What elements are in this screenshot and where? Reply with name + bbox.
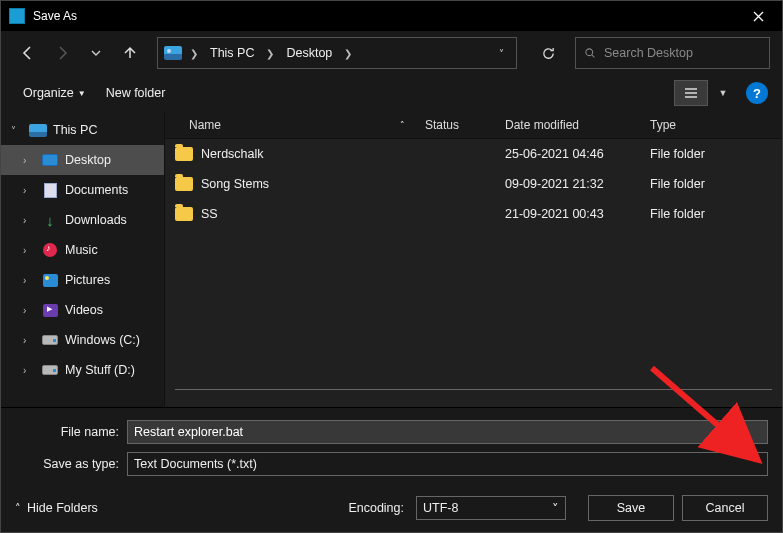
search-box[interactable] xyxy=(575,37,770,69)
recent-dropdown[interactable] xyxy=(81,38,111,68)
drive-icon xyxy=(42,365,58,375)
chevron-right-icon: › xyxy=(23,275,35,286)
forward-button[interactable] xyxy=(47,38,77,68)
svg-point-0 xyxy=(586,49,593,56)
file-date: 25-06-2021 04:46 xyxy=(495,147,640,161)
save-type-label: Save as type: xyxy=(15,457,127,471)
file-pane: Name ˄ Status Date modified Type Nerdsch… xyxy=(165,111,782,407)
download-icon: ↓ xyxy=(41,212,59,228)
chevron-up-icon: ˄ xyxy=(15,502,21,515)
address-bar[interactable]: ❯ This PC ❯ Desktop ❯ ˅ xyxy=(157,37,517,69)
drive-icon xyxy=(42,335,58,345)
footer: ˄ Hide Folders Encoding: UTF-8 ˅ Save Ca… xyxy=(1,484,782,532)
column-name[interactable]: Name ˄ xyxy=(165,118,415,132)
organize-button[interactable]: Organize ▼ xyxy=(15,80,94,106)
save-button[interactable]: Save xyxy=(588,495,674,521)
chevron-right-icon: › xyxy=(23,185,35,196)
save-as-dialog: Save As ❯ This PC ❯ Desktop ❯ ˅ xyxy=(0,0,783,533)
file-date: 21-09-2021 00:43 xyxy=(495,207,640,221)
sidebar-item-documents[interactable]: › Documents xyxy=(1,175,164,205)
table-row[interactable]: Song Stems 09-09-2021 21:32 File folder xyxy=(165,169,782,199)
file-type: File folder xyxy=(640,147,782,161)
chevron-down-icon: ˅ xyxy=(756,459,761,469)
form-area: File name: Save as type: Text Documents … xyxy=(1,407,782,484)
window-title: Save As xyxy=(33,9,738,23)
column-date[interactable]: Date modified xyxy=(495,118,640,132)
table-row[interactable]: Nerdschalk 25-06-2021 04:46 File folder xyxy=(165,139,782,169)
cancel-button[interactable]: Cancel xyxy=(682,495,768,521)
pictures-icon xyxy=(43,274,58,287)
folder-icon xyxy=(175,147,193,161)
file-name: Nerdschalk xyxy=(201,147,264,161)
new-folder-label: New folder xyxy=(106,86,166,100)
breadcrumb-desktop[interactable]: Desktop xyxy=(282,46,336,60)
close-button[interactable] xyxy=(738,2,778,30)
sidebar-item-label: Downloads xyxy=(65,213,127,227)
back-button[interactable] xyxy=(13,38,43,68)
refresh-button[interactable] xyxy=(533,38,563,68)
chevron-right-icon: › xyxy=(23,335,35,346)
toolbar: Organize ▼ New folder ▼ ? xyxy=(1,75,782,111)
tree-label: This PC xyxy=(53,123,97,137)
sidebar-item-downloads[interactable]: › ↓ Downloads xyxy=(1,205,164,235)
hide-folders-label: Hide Folders xyxy=(27,501,98,515)
file-type: File folder xyxy=(640,177,782,191)
chevron-right-icon: › xyxy=(23,245,35,256)
chevron-right-icon: › xyxy=(23,365,35,376)
sidebar-item-label: Videos xyxy=(65,303,103,317)
file-date: 09-09-2021 21:32 xyxy=(495,177,640,191)
encoding-combo[interactable]: UTF-8 ˅ xyxy=(416,496,566,520)
chevron-right-icon: › xyxy=(23,215,35,226)
desktop-icon xyxy=(42,154,58,166)
sidebar-item-label: My Stuff (D:) xyxy=(65,363,135,377)
scroll-indicator xyxy=(175,389,772,390)
sidebar-item-drive-d[interactable]: › My Stuff (D:) xyxy=(1,355,164,385)
sidebar-item-pictures[interactable]: › Pictures xyxy=(1,265,164,295)
file-list: Nerdschalk 25-06-2021 04:46 File folder … xyxy=(165,139,782,407)
chevron-right-icon: › xyxy=(23,305,35,316)
filename-input[interactable] xyxy=(127,420,768,444)
column-type[interactable]: Type xyxy=(640,118,782,132)
filename-label: File name: xyxy=(15,425,127,439)
save-type-combo[interactable]: Text Documents (*.txt) ˅ xyxy=(127,452,768,476)
hide-folders-toggle[interactable]: ˄ Hide Folders xyxy=(15,501,98,515)
encoding-label: Encoding: xyxy=(348,501,404,515)
view-button[interactable] xyxy=(674,80,708,106)
sidebar-item-music[interactable]: › Music xyxy=(1,235,164,265)
view-dropdown[interactable]: ▼ xyxy=(714,80,732,106)
chevron-down-icon: ˅ xyxy=(552,501,559,516)
tree-root-thispc[interactable]: ˅ This PC xyxy=(1,115,164,145)
chevron-right-icon: ❯ xyxy=(342,48,354,59)
help-button[interactable]: ? xyxy=(746,82,768,104)
pc-icon xyxy=(29,124,47,137)
file-name: SS xyxy=(201,207,218,221)
chevron-down-icon: ▼ xyxy=(78,89,86,98)
chevron-right-icon: › xyxy=(23,155,35,166)
encoding-value: UTF-8 xyxy=(423,501,458,515)
organize-label: Organize xyxy=(23,86,74,100)
sidebar-item-drive-c[interactable]: › Windows (C:) xyxy=(1,325,164,355)
table-row[interactable]: SS 21-09-2021 00:43 File folder xyxy=(165,199,782,229)
sidebar-item-videos[interactable]: › Videos xyxy=(1,295,164,325)
sidebar-item-label: Pictures xyxy=(65,273,110,287)
chevron-right-icon: ❯ xyxy=(264,48,276,59)
save-type-value: Text Documents (*.txt) xyxy=(134,457,257,471)
search-icon xyxy=(584,46,596,60)
address-dropdown[interactable]: ˅ xyxy=(493,48,510,59)
column-status[interactable]: Status xyxy=(415,118,495,132)
up-button[interactable] xyxy=(115,38,145,68)
sidebar: ˅ This PC › Desktop › Documents › ↓ Down… xyxy=(1,111,165,407)
breadcrumb-thispc[interactable]: This PC xyxy=(206,46,258,60)
sidebar-item-desktop[interactable]: › Desktop xyxy=(1,145,164,175)
sort-indicator-icon: ˄ xyxy=(400,120,405,130)
body-area: ˅ This PC › Desktop › Documents › ↓ Down… xyxy=(1,111,782,407)
folder-icon xyxy=(175,207,193,221)
search-input[interactable] xyxy=(604,46,761,60)
sidebar-item-label: Documents xyxy=(65,183,128,197)
new-folder-button[interactable]: New folder xyxy=(98,80,174,106)
sidebar-item-label: Desktop xyxy=(65,153,111,167)
navbar: ❯ This PC ❯ Desktop ❯ ˅ xyxy=(1,31,782,75)
sidebar-item-label: Windows (C:) xyxy=(65,333,140,347)
chevron-down-icon: ˅ xyxy=(11,125,23,136)
titlebar: Save As xyxy=(1,1,782,31)
